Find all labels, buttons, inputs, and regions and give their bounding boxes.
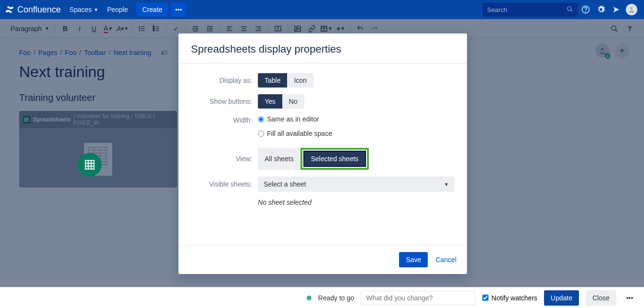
change-comment-input[interactable] (361, 291, 476, 305)
visible-sheets-select[interactable]: Select a sheet ▼ (258, 176, 455, 192)
label-display-as: Display as: (191, 77, 258, 84)
display-as-table-button[interactable]: Table (258, 73, 287, 88)
gear-icon[interactable] (593, 2, 609, 17)
confluence-logo[interactable]: Confluence (5, 5, 61, 15)
nav-more-button[interactable]: ••• (171, 2, 186, 17)
nav-spaces[interactable]: Spaces ▼ (69, 6, 99, 13)
label-show-buttons: Show buttons: (191, 98, 258, 105)
view-selected-sheets-button[interactable]: Selected sheets (303, 151, 366, 167)
properties-modal: Spreadsheets display properties Display … (178, 33, 467, 274)
svg-point-4 (630, 7, 633, 10)
view-toggle: All sheets Selected sheets (258, 148, 369, 170)
width-fill-radio[interactable]: Fill all available space (258, 130, 455, 137)
svg-point-3 (586, 11, 586, 12)
save-button[interactable]: Save (399, 252, 428, 267)
ellipsis-icon: ••• (626, 294, 633, 302)
search-icon (566, 6, 573, 14)
status-text: Ready to go (318, 294, 355, 302)
chevron-down-icon: ▼ (94, 7, 99, 12)
modal-title: Spreadsheets display properties (178, 33, 467, 64)
help-icon[interactable] (578, 2, 593, 17)
no-sheet-text: No sheet selected (258, 198, 311, 206)
show-buttons-no-button[interactable]: No (282, 94, 304, 109)
create-button[interactable]: Create (136, 3, 168, 16)
confluence-icon (5, 5, 14, 14)
editor-footer: Ready to go Notify watchers Update Close… (0, 287, 644, 308)
modal-body: Display as: Table Icon Show buttons: Yes… (178, 64, 467, 245)
nav-people[interactable]: People (107, 6, 128, 13)
brand-text: Confluence (17, 5, 61, 15)
close-button[interactable]: Close (586, 290, 616, 306)
label-width: Width: (191, 115, 258, 124)
footer-more-button[interactable]: ••• (623, 291, 636, 305)
display-as-toggle: Table Icon (258, 73, 313, 88)
chevron-down-icon: ▼ (444, 182, 449, 187)
width-same-radio[interactable]: Same as in editor (258, 115, 455, 123)
label-visible-sheets: Visible sheets: (191, 180, 258, 188)
show-buttons-yes-button[interactable]: Yes (258, 94, 282, 109)
status-indicator-icon (307, 296, 311, 300)
show-buttons-toggle: Yes No (258, 94, 304, 109)
highlight-annotation: Selected sheets (300, 148, 369, 170)
top-nav: Confluence Spaces ▼ People Create ••• (0, 0, 644, 19)
display-as-icon-button[interactable]: Icon (287, 73, 313, 88)
svg-point-0 (567, 6, 571, 10)
cancel-button[interactable]: Cancel (435, 256, 456, 264)
notify-watchers-checkbox[interactable]: Notify watchers (482, 294, 537, 302)
spreadsheet-circle-icon (78, 153, 102, 176)
svg-rect-46 (86, 160, 94, 169)
notification-icon[interactable] (609, 2, 624, 17)
label-view: View: (191, 155, 258, 163)
profile-avatar[interactable] (624, 2, 639, 17)
modal-footer: Save Cancel (178, 245, 467, 274)
view-all-sheets-button[interactable]: All sheets (258, 148, 300, 170)
search-box[interactable] (482, 3, 578, 17)
update-button[interactable]: Update (544, 290, 579, 306)
svg-line-1 (571, 10, 573, 11)
ellipsis-icon: ••• (175, 6, 182, 13)
search-input[interactable] (487, 6, 559, 13)
